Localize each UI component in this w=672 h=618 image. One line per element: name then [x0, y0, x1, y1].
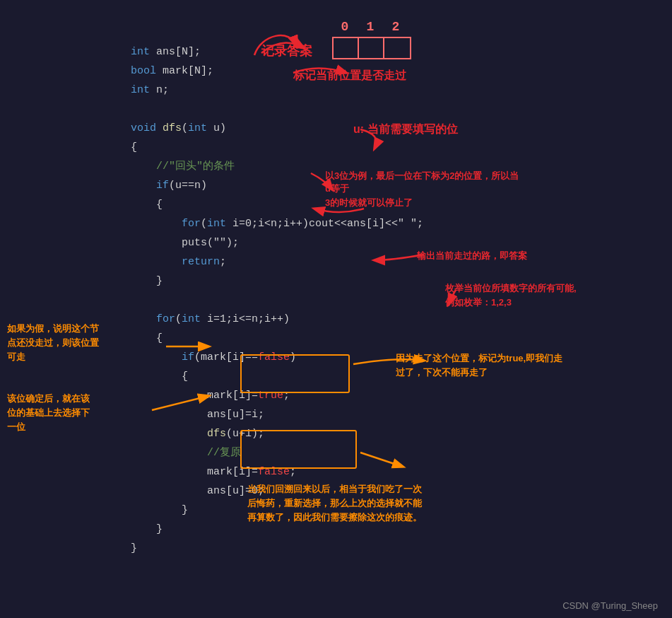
array-label-2: 2	[383, 20, 408, 34]
annot-output-path: 输出当前走过的路，即答案	[417, 250, 527, 262]
annot-if-u-eq-n: 以3位为例，最后一位在下标为2的位置，所以当u等于	[325, 170, 523, 195]
code-line-4	[131, 100, 423, 119]
annot-next-pos: 该位确定后，就在该位的基础上去选择下一位	[7, 392, 90, 434]
code-line-14	[131, 291, 423, 310]
code-line-6: {	[131, 138, 423, 157]
annot-if-false: 如果为假，说明这个节点还没走过，则该位置可走	[7, 322, 99, 364]
code-line-11: puts("");	[131, 233, 423, 252]
highlight-box-mark-true	[240, 354, 350, 393]
array-labels: 0 1 2	[332, 20, 411, 34]
annot-record-answer: 记录答案	[261, 42, 312, 59]
array-label-0: 0	[332, 20, 358, 34]
code-line-27: }	[131, 539, 423, 558]
code-line-3: int n;	[131, 81, 423, 100]
code-line-10: for(int i=0;i<n;i++)cout<<ans[i]<<" ";	[131, 214, 423, 233]
annot-enumerate: 枚举当前位所填数字的所有可能,例如枚举：1,2,3	[445, 281, 577, 310]
annot-stop-at-3: 3的时候就可以停止了	[325, 197, 413, 209]
code-line-13: }	[131, 272, 423, 291]
code-area: int ans[N]; bool mark[N]; int n; void df…	[131, 42, 423, 558]
main-container: 0 1 2 int ans[N]; bool mark[N]; int n; v…	[0, 0, 672, 618]
code-line-16: {	[131, 329, 423, 348]
annot-mark-true: 因为走了这个位置，标记为true,即我们走过了，下次不能再走了	[396, 351, 562, 380]
annot-mark-visited: 标记当前位置是否走过	[293, 69, 406, 83]
watermark: CSDN @Turing_Sheep	[562, 600, 658, 611]
code-line-12: return;	[131, 252, 423, 272]
annot-restore: 当我们回溯回来以后，相当于我们吃了一次后悔药，重新选择，那么上次的选择就不能再算…	[247, 482, 422, 525]
annot-u-label: u: 当前需要填写的位	[353, 122, 458, 137]
highlight-box-mark-false	[240, 430, 357, 469]
code-line-15: for(int i=1;i<=n;i++)	[131, 310, 423, 329]
array-label-1: 1	[358, 20, 383, 34]
code-line-20: ans[u]=i;	[131, 405, 423, 424]
